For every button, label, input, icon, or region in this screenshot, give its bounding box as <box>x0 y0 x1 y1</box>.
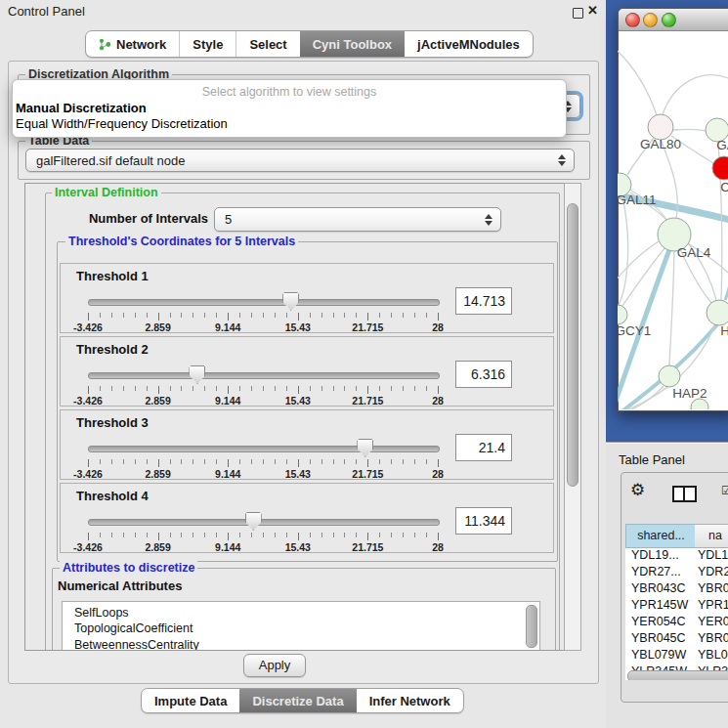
network-canvas[interactable]: GAL80GACGAL11GAL4GCY1HHAP2 <box>618 29 728 409</box>
tab-select[interactable]: Select <box>236 31 299 57</box>
application-root: { "window": { "title": "Control Panel" }… <box>0 0 728 728</box>
network-node-label: C <box>720 180 728 194</box>
settings-scroll-viewport: Interval Definition Number of Intervals … <box>24 183 565 651</box>
network-edge[interactable] <box>618 241 659 293</box>
slider-thumb[interactable] <box>282 292 299 311</box>
float-window-icon[interactable] <box>573 8 583 19</box>
tab-impute-data[interactable]: Impute Data <box>142 689 239 712</box>
slider-thumb[interactable] <box>357 439 373 457</box>
main-scrollbar[interactable] <box>564 183 581 651</box>
network-node[interactable] <box>712 156 728 180</box>
table-cell: YBL0 <box>696 647 728 664</box>
threshold-1-label: Threshold 1 <box>76 269 149 283</box>
table-row[interactable]: YPR145WYPR1 <box>625 597 728 614</box>
threshold-4-slider[interactable]: -3.4262.8599.14415.4321.71528 <box>88 511 438 550</box>
tab-network[interactable]: Network <box>86 31 179 57</box>
slider-tick-labels: -3.4262.8599.14415.4321.71528 <box>88 313 438 334</box>
table-panel-container: ⚙ ☑ ☑ shared... na YDL19...YDL1YDR27...Y… <box>621 472 728 703</box>
gear-icon[interactable]: ⚙ <box>630 482 645 498</box>
slider-track[interactable] <box>88 446 440 452</box>
threshold-4-value-field[interactable]: 11.344 <box>455 507 512 535</box>
table-row[interactable]: YDR27...YDR2 <box>625 564 728 580</box>
table-row[interactable]: YDL19...YDL1 <box>625 547 728 564</box>
spinner-stepper-icon <box>485 214 492 226</box>
threshold-1-slider[interactable]: -3.4262.8599.14415.4321.71528 <box>88 291 438 330</box>
column-header-name[interactable]: na <box>695 524 728 548</box>
numerical-attributes-list[interactable]: SelfLoops TopologicalCoefficient Between… <box>62 601 540 651</box>
main-scrollbar-thumb[interactable] <box>567 203 578 487</box>
list-item-topologicalcoefficient[interactable]: TopologicalCoefficient <box>63 621 539 638</box>
tab-discretize-data[interactable]: Discretize Data <box>239 689 356 712</box>
slider-thumb[interactable] <box>189 365 205 384</box>
threshold-3-label: Threshold 3 <box>76 415 149 430</box>
minimize-traffic-light-icon[interactable] <box>643 13 658 27</box>
slider-tick-labels: -3.4262.8599.14415.4321.71528 <box>88 386 438 407</box>
number-of-intervals-spinner[interactable]: 5 <box>214 207 501 232</box>
threshold-3-panel: Threshold 3 -3.4262.8599.14415.4321.7152… <box>60 409 554 480</box>
slider-thumb[interactable] <box>245 512 262 531</box>
tab-select-label: Select <box>249 37 286 52</box>
table-cell: YDR27... <box>625 564 696 580</box>
table-panel: Table Panel ⚙ ☑ ☑ shared... na YDL19...Y… <box>606 442 728 728</box>
bottom-tab-bar: Impute Data Discretize Data Infer Networ… <box>141 688 464 713</box>
tab-cyni-toolbox-label: Cyni Toolbox <box>313 37 392 52</box>
checkbox-icon[interactable]: ☑ <box>721 485 728 496</box>
close-panel-icon[interactable]: ✕ <box>587 3 598 18</box>
network-window-titlebar[interactable] <box>619 9 728 31</box>
close-traffic-light-icon[interactable] <box>625 13 640 27</box>
table-row[interactable]: YBL079WYBL0 <box>625 647 728 664</box>
interval-definition-title: Interval Definition <box>52 186 161 199</box>
network-node[interactable] <box>659 365 680 387</box>
table-cell: YDL19... <box>625 547 696 564</box>
table-cell: YBL079W <box>625 647 696 664</box>
table-hscrollbar-thumb[interactable] <box>627 670 728 680</box>
slider-track[interactable] <box>88 519 440 526</box>
slider-track[interactable] <box>88 299 440 306</box>
table-data-combobox[interactable]: galFiltered.sif default node <box>25 149 575 172</box>
panel-title: Control Panel <box>8 4 85 19</box>
tab-jactivemnodules[interactable]: jActiveMNodules <box>405 31 533 57</box>
network-edge[interactable] <box>663 75 728 114</box>
threshold-3-value-field[interactable]: 21.4 <box>455 434 512 461</box>
network-node[interactable] <box>707 300 728 325</box>
threshold-4-panel: Threshold 4 -3.4262.8599.14415.4321.7152… <box>60 483 554 553</box>
network-edge[interactable] <box>673 129 706 131</box>
tab-style[interactable]: Style <box>179 31 236 57</box>
node-attribute-table: shared... na YDL19...YDL1YDR27...YDR2YBR… <box>625 524 728 680</box>
apply-button[interactable]: Apply <box>243 654 306 677</box>
table-cell: YBR045C <box>625 630 696 647</box>
attributes-group-title: Attributes to discretize <box>60 561 197 575</box>
list-item-selfloops[interactable]: SelfLoops <box>63 605 539 621</box>
threshold-1-value-field[interactable]: 14.713 <box>455 287 512 315</box>
network-node[interactable] <box>618 305 627 324</box>
tab-infer-network[interactable]: Infer Network <box>357 689 463 712</box>
tab-style-label: Style <box>193 37 223 52</box>
table-cell: YER054C <box>625 614 696 630</box>
list-scrollbar-thumb[interactable] <box>526 605 537 648</box>
threshold-3-slider[interactable]: -3.4262.8599.14415.4321.71528 <box>88 438 438 477</box>
tab-cyni-toolbox[interactable]: Cyni Toolbox <box>300 31 405 57</box>
thresholds-group-title: Threshold's Coordinates for 5 Intervals <box>65 235 298 248</box>
table-cell: YPR1 <box>696 597 728 614</box>
table-panel-title: Table Panel <box>619 452 685 467</box>
list-item-betweennesscentrality[interactable]: BetweennessCentrality <box>63 637 539 651</box>
column-header-shared-name[interactable]: shared... <box>625 524 697 548</box>
table-row[interactable]: YBR043CYBR0 <box>625 580 728 597</box>
table-row[interactable]: YER054CYER0 <box>625 614 728 630</box>
table-cell: YDL1 <box>696 547 728 564</box>
popup-item-manual-discretization[interactable]: Manual Discretization <box>16 101 147 115</box>
table-cell: YPR145W <box>625 597 696 614</box>
network-edge[interactable] <box>618 51 657 115</box>
threshold-2-slider[interactable]: -3.4262.8599.14415.4321.71528 <box>88 364 438 404</box>
network-node-label: GAL4 <box>677 245 711 260</box>
network-edge[interactable] <box>669 251 674 365</box>
zoom-traffic-light-icon[interactable] <box>662 13 676 27</box>
numerical-attributes-label: Numerical Attributes <box>58 578 182 593</box>
table-row[interactable]: YBR045CYBR0 <box>625 630 728 647</box>
slider-track[interactable] <box>88 372 440 379</box>
threshold-2-value-field[interactable]: 6.316 <box>455 361 512 388</box>
network-edge[interactable] <box>619 196 628 305</box>
threshold-2-panel: Threshold 2 -3.4262.8599.14415.4321.7152… <box>60 336 554 407</box>
columns-icon[interactable] <box>672 486 697 502</box>
popup-item-equal-width-frequency[interactable]: Equal Width/Frequency Discretization <box>16 116 228 131</box>
